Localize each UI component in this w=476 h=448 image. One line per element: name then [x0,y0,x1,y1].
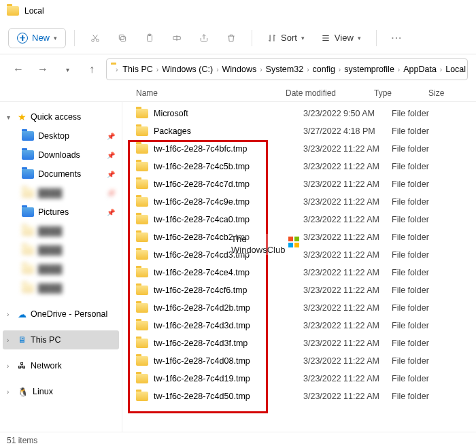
share-button[interactable] [192,26,216,50]
sort-button[interactable]: Sort ▾ [260,26,311,50]
breadcrumb-segment[interactable]: System32 [263,63,307,75]
file-row[interactable]: tw-1f6c-2e28-7c4bfc.tmp3/23/2022 11:22 A… [122,140,476,158]
file-row[interactable]: Packages3/27/2022 4:18 PMFile folder [122,122,476,140]
sidebar-onedrive[interactable]: ›☁OneDrive - Personal [3,305,119,324]
folder-icon [136,321,148,330]
file-name: tw-1f6c-2e28-7c4ca0.tmp [154,215,303,224]
file-row[interactable]: tw-1f6c-2e28-7c4cf6.tmp3/23/2022 11:22 A… [122,281,476,299]
file-row[interactable]: tw-1f6c-2e28-7c4d08.tmp3/23/2022 11:22 A… [122,352,476,370]
desktop-icon [22,131,34,141]
label: OneDrive - Personal [31,309,107,319]
folder-icon [136,179,148,189]
column-size[interactable]: Size [428,88,476,98]
new-button[interactable]: New ▾ [8,28,66,48]
chevron-right-icon: › [7,337,14,344]
file-row[interactable]: tw-1f6c-2e28-7c4c7d.tmp3/23/2022 11:22 A… [122,175,476,193]
sidebar-item-blurred[interactable]: ████ [3,222,119,241]
delete-button[interactable] [219,26,243,50]
file-name: tw-1f6c-2e28-7c4d2b.tmp [154,303,303,313]
breadcrumb-segment[interactable]: This PC [120,63,155,75]
file-type: File folder [392,126,460,136]
file-row[interactable]: tw-1f6c-2e28-7c4d3d.tmp3/23/2022 11:22 A… [122,317,476,334]
chevron-down-icon: ▾ [358,35,361,41]
address-bar[interactable]: › This PC›Windows (C:)›Windows›System32›… [106,58,468,80]
file-row[interactable]: Microsoft3/23/2022 9:50 AMFile folder [122,105,476,122]
sidebar-downloads[interactable]: Downloads📌 [3,145,119,165]
sort-label: Sort [281,33,297,43]
file-type: File folder [392,392,460,401]
file-row[interactable]: tw-1f6c-2e28-7c4d2b.tmp3/23/2022 11:22 A… [122,299,476,317]
paste-button[interactable] [137,26,162,50]
cloud-icon: ☁ [18,309,27,320]
file-row[interactable]: tw-1f6c-2e28-7c4ce4.tmp3/23/2022 11:22 A… [122,264,476,281]
file-date: 3/23/2022 11:22 AM [303,303,392,313]
sidebar-quick-access[interactable]: ▾★Quick access [3,107,119,126]
more-button[interactable]: ··· [385,26,409,50]
folder-icon [136,303,148,313]
breadcrumb-segment[interactable]: Windows [220,63,260,75]
file-row[interactable]: tw-1f6c-2e28-7c4d19.tmp3/23/2022 11:22 A… [122,370,476,387]
file-row[interactable]: tw-1f6c-2e28-7c4d3f.tmp3/23/2022 11:22 A… [122,334,476,352]
sidebar-item-blurred[interactable]: ████ [3,279,119,298]
rename-button[interactable] [165,26,189,50]
toolbar: New ▾ Sort ▾ View ▾ ··· [0,22,476,54]
label: Documents [38,169,81,179]
folder-icon [22,226,34,236]
breadcrumb-segment[interactable]: config [310,63,338,75]
sidebar-documents[interactable]: Documents📌 [3,165,119,184]
file-date: 3/23/2022 11:22 AM [303,356,392,366]
forward-button[interactable]: → [33,59,53,80]
windows-logo-icon [288,237,299,247]
file-row[interactable]: tw-1f6c-2e28-7c4c5b.tmp3/23/2022 11:22 A… [122,158,476,175]
file-date: 3/23/2022 11:22 AM [303,144,392,154]
breadcrumb-segment[interactable]: Local [443,63,468,75]
breadcrumb-segment[interactable]: AppData [401,63,439,75]
file-name: tw-1f6c-2e28-7c4c9e.tmp [154,197,303,207]
file-date: 3/23/2022 11:22 AM [303,162,392,171]
folder-icon [136,232,148,242]
chevron-down-icon[interactable]: ▾ [57,59,78,80]
file-row[interactable]: tw-1f6c-2e28-7c4cb2.tmp3/23/2022 11:22 A… [122,228,476,246]
file-row[interactable]: tw-1f6c-2e28-7c4c9e.tmp3/23/2022 11:22 A… [122,193,476,211]
file-type: File folder [392,374,460,383]
file-type: File folder [392,356,460,366]
folder-icon [136,215,148,224]
sidebar-linux[interactable]: ›🐧Linux [3,382,119,401]
view-button[interactable]: View ▾ [314,26,368,50]
file-date: 3/23/2022 11:22 AM [303,215,392,224]
file-date: 3/23/2022 11:22 AM [303,286,392,295]
folder-icon [136,109,148,118]
folder-icon [22,264,34,274]
breadcrumb-segment[interactable]: systemprofile [341,63,397,75]
file-row[interactable]: tw-1f6c-2e28-7c4ca0.tmp3/23/2022 11:22 A… [122,211,476,228]
sidebar-network[interactable]: ›🖧Network [3,356,119,375]
folder-icon [136,374,148,383]
sidebar-item-blurred[interactable]: ████ [3,241,119,260]
file-type: File folder [392,162,460,171]
file-date: 3/23/2022 11:22 AM [303,321,392,330]
sidebar-desktop[interactable]: Desktop📌 [3,126,119,145]
file-row[interactable]: tw-1f6c-2e28-7c4d50.tmp3/23/2022 11:22 A… [122,387,476,405]
sidebar-this-pc[interactable]: ›🖥This PC [3,330,119,349]
file-type: File folder [392,321,460,330]
sidebar-pictures[interactable]: Pictures📌 [3,203,119,222]
sidebar-item-blurred[interactable]: ████ [3,260,119,279]
file-name: tw-1f6c-2e28-7c4cf6.tmp [154,286,303,295]
label: Linux [33,387,53,396]
chevron-down-icon: ▾ [54,35,57,41]
file-name: tw-1f6c-2e28-7c4cd3.tmp [154,250,303,260]
file-row[interactable]: tw-1f6c-2e28-7c4cd3.tmp3/23/2022 11:22 A… [122,246,476,264]
status-bar: 51 items [0,432,476,448]
sidebar-item-blurred[interactable]: ████📌 [3,184,119,203]
chevron-right-icon: › [7,362,14,370]
cut-button[interactable] [83,26,107,50]
breadcrumb-segment[interactable]: Windows (C:) [159,63,216,75]
column-date[interactable]: Date modified [286,88,374,98]
copy-button[interactable] [110,26,135,50]
back-button[interactable]: ← [8,59,29,80]
file-date: 3/23/2022 11:22 AM [303,374,392,383]
column-name[interactable]: Name [122,88,286,98]
up-button[interactable]: ↑ [82,59,102,80]
column-type[interactable]: Type [374,88,428,98]
folder-icon [7,6,19,16]
